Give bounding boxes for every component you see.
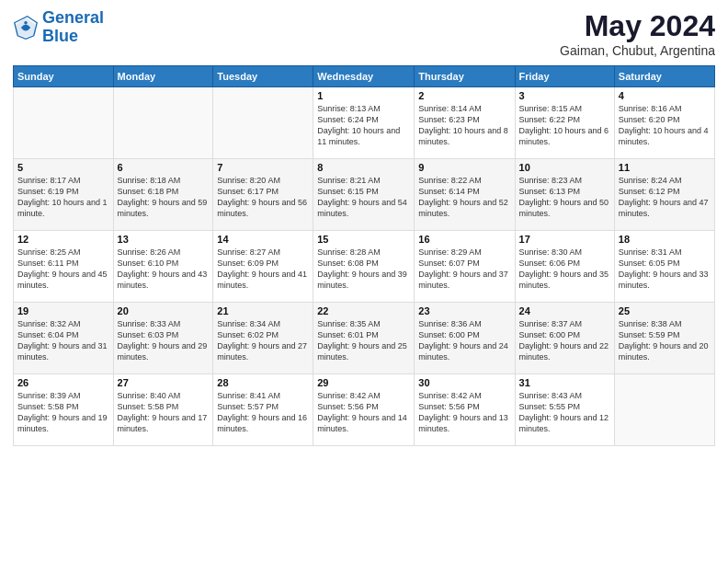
day-number: 23: [418, 305, 510, 316]
day-number: 29: [317, 377, 410, 388]
day-info: Sunrise: 8:29 AMSunset: 6:07 PMDaylight:…: [418, 247, 510, 292]
cell-4-2: 28Sunrise: 8:41 AMSunset: 5:57 PMDayligh…: [213, 374, 313, 446]
day-info: Sunrise: 8:18 AMSunset: 6:18 PMDaylight:…: [118, 175, 210, 220]
day-info: Sunrise: 8:39 AMSunset: 5:58 PMDaylight:…: [17, 390, 109, 435]
day-number: 8: [317, 162, 410, 173]
day-number: 1: [317, 90, 410, 101]
cell-2-6: 18Sunrise: 8:31 AMSunset: 6:05 PMDayligh…: [614, 231, 714, 303]
header: General Blue May 2024 Gaiman, Chubut, Ar…: [13, 9, 715, 58]
day-number: 16: [418, 234, 510, 245]
subtitle: Gaiman, Chubut, Argentina: [560, 43, 715, 58]
day-info: Sunrise: 8:14 AMSunset: 6:23 PMDaylight:…: [418, 103, 510, 148]
header-sunday: Sunday: [14, 66, 114, 87]
day-number: 15: [317, 234, 410, 245]
day-info: Sunrise: 8:37 AMSunset: 6:00 PMDaylight:…: [519, 318, 610, 363]
day-number: 7: [217, 162, 309, 173]
header-thursday: Thursday: [415, 66, 515, 87]
week-row-1: 5Sunrise: 8:17 AMSunset: 6:19 PMDaylight…: [14, 159, 715, 231]
cell-4-1: 27Sunrise: 8:40 AMSunset: 5:58 PMDayligh…: [113, 374, 213, 446]
day-number: 2: [418, 90, 510, 101]
cell-4-3: 29Sunrise: 8:42 AMSunset: 5:56 PMDayligh…: [313, 374, 415, 446]
cell-0-2: [213, 87, 313, 159]
day-number: 13: [118, 234, 210, 245]
header-friday: Friday: [515, 66, 614, 87]
day-info: Sunrise: 8:30 AMSunset: 6:06 PMDaylight:…: [519, 247, 610, 292]
cell-3-1: 20Sunrise: 8:33 AMSunset: 6:03 PMDayligh…: [113, 303, 213, 374]
day-info: Sunrise: 8:38 AMSunset: 5:59 PMDaylight:…: [619, 318, 711, 363]
cell-3-6: 25Sunrise: 8:38 AMSunset: 5:59 PMDayligh…: [614, 303, 714, 374]
cell-2-1: 13Sunrise: 8:26 AMSunset: 6:10 PMDayligh…: [113, 231, 213, 303]
day-number: 27: [118, 377, 210, 388]
day-info: Sunrise: 8:26 AMSunset: 6:10 PMDaylight:…: [118, 247, 210, 292]
day-number: 6: [118, 162, 210, 173]
header-saturday: Saturday: [614, 66, 714, 87]
day-info: Sunrise: 8:21 AMSunset: 6:15 PMDaylight:…: [317, 175, 410, 220]
day-number: 12: [17, 234, 109, 245]
page: General Blue May 2024 Gaiman, Chubut, Ar…: [0, 0, 728, 563]
logo-line1: General: [42, 8, 104, 27]
day-number: 22: [317, 305, 410, 316]
day-number: 9: [418, 162, 510, 173]
day-info: Sunrise: 8:20 AMSunset: 6:17 PMDaylight:…: [217, 175, 309, 220]
day-info: Sunrise: 8:43 AMSunset: 5:55 PMDaylight:…: [519, 390, 610, 435]
day-number: 11: [619, 162, 711, 173]
header-row: Sunday Monday Tuesday Wednesday Thursday…: [14, 66, 715, 87]
cell-4-4: 30Sunrise: 8:42 AMSunset: 5:56 PMDayligh…: [415, 374, 515, 446]
day-info: Sunrise: 8:40 AMSunset: 5:58 PMDaylight:…: [118, 390, 210, 435]
day-number: 26: [17, 377, 109, 388]
cell-0-0: [14, 87, 114, 159]
cell-1-6: 11Sunrise: 8:24 AMSunset: 6:12 PMDayligh…: [614, 159, 714, 231]
day-number: 21: [217, 305, 309, 316]
day-info: Sunrise: 8:36 AMSunset: 6:00 PMDaylight:…: [418, 318, 510, 363]
day-info: Sunrise: 8:22 AMSunset: 6:14 PMDaylight:…: [418, 175, 510, 220]
day-info: Sunrise: 8:42 AMSunset: 5:56 PMDaylight:…: [317, 390, 410, 435]
cell-3-4: 23Sunrise: 8:36 AMSunset: 6:00 PMDayligh…: [415, 303, 515, 374]
day-info: Sunrise: 8:15 AMSunset: 6:22 PMDaylight:…: [519, 103, 610, 148]
day-number: 5: [17, 162, 109, 173]
day-info: Sunrise: 8:23 AMSunset: 6:13 PMDaylight:…: [519, 175, 610, 220]
week-row-0: 1Sunrise: 8:13 AMSunset: 6:24 PMDaylight…: [14, 87, 715, 159]
title-area: May 2024 Gaiman, Chubut, Argentina: [560, 9, 715, 58]
cell-4-6: [614, 374, 714, 446]
day-number: 25: [619, 305, 711, 316]
cell-4-5: 31Sunrise: 8:43 AMSunset: 5:55 PMDayligh…: [515, 374, 614, 446]
cell-1-3: 8Sunrise: 8:21 AMSunset: 6:15 PMDaylight…: [313, 159, 415, 231]
day-number: 14: [217, 234, 309, 245]
day-number: 4: [619, 90, 711, 101]
day-number: 24: [519, 305, 610, 316]
logo-line2: Blue: [42, 27, 78, 45]
day-number: 10: [519, 162, 610, 173]
day-number: 19: [17, 305, 109, 316]
svg-point-2: [24, 21, 28, 25]
cell-2-4: 16Sunrise: 8:29 AMSunset: 6:07 PMDayligh…: [415, 231, 515, 303]
day-info: Sunrise: 8:24 AMSunset: 6:12 PMDaylight:…: [619, 175, 711, 220]
day-number: 20: [118, 305, 210, 316]
cell-3-2: 21Sunrise: 8:34 AMSunset: 6:02 PMDayligh…: [213, 303, 313, 374]
day-info: Sunrise: 8:35 AMSunset: 6:01 PMDaylight:…: [317, 318, 410, 363]
day-number: 17: [519, 234, 610, 245]
header-wednesday: Wednesday: [313, 66, 415, 87]
cell-0-5: 3Sunrise: 8:15 AMSunset: 6:22 PMDaylight…: [515, 87, 614, 159]
cell-2-3: 15Sunrise: 8:28 AMSunset: 6:08 PMDayligh…: [313, 231, 415, 303]
cell-2-0: 12Sunrise: 8:25 AMSunset: 6:11 PMDayligh…: [14, 231, 114, 303]
day-info: Sunrise: 8:31 AMSunset: 6:05 PMDaylight:…: [619, 247, 711, 292]
cell-0-6: 4Sunrise: 8:16 AMSunset: 6:20 PMDaylight…: [614, 87, 714, 159]
week-row-4: 26Sunrise: 8:39 AMSunset: 5:58 PMDayligh…: [14, 374, 715, 446]
cell-1-2: 7Sunrise: 8:20 AMSunset: 6:17 PMDaylight…: [213, 159, 313, 231]
day-info: Sunrise: 8:28 AMSunset: 6:08 PMDaylight:…: [317, 247, 410, 292]
day-number: 28: [217, 377, 309, 388]
cell-0-3: 1Sunrise: 8:13 AMSunset: 6:24 PMDaylight…: [313, 87, 415, 159]
calendar-table: Sunday Monday Tuesday Wednesday Thursday…: [13, 65, 715, 446]
day-info: Sunrise: 8:41 AMSunset: 5:57 PMDaylight:…: [217, 390, 309, 435]
day-number: 31: [519, 377, 610, 388]
cell-4-0: 26Sunrise: 8:39 AMSunset: 5:58 PMDayligh…: [14, 374, 114, 446]
day-number: 30: [418, 377, 510, 388]
logo-text: General Blue: [42, 9, 104, 46]
header-tuesday: Tuesday: [213, 66, 313, 87]
cell-3-5: 24Sunrise: 8:37 AMSunset: 6:00 PMDayligh…: [515, 303, 614, 374]
main-title: May 2024: [560, 9, 715, 43]
logo-icon: [13, 15, 39, 40]
day-info: Sunrise: 8:42 AMSunset: 5:56 PMDaylight:…: [418, 390, 510, 435]
cell-2-2: 14Sunrise: 8:27 AMSunset: 6:09 PMDayligh…: [213, 231, 313, 303]
day-number: 3: [519, 90, 610, 101]
